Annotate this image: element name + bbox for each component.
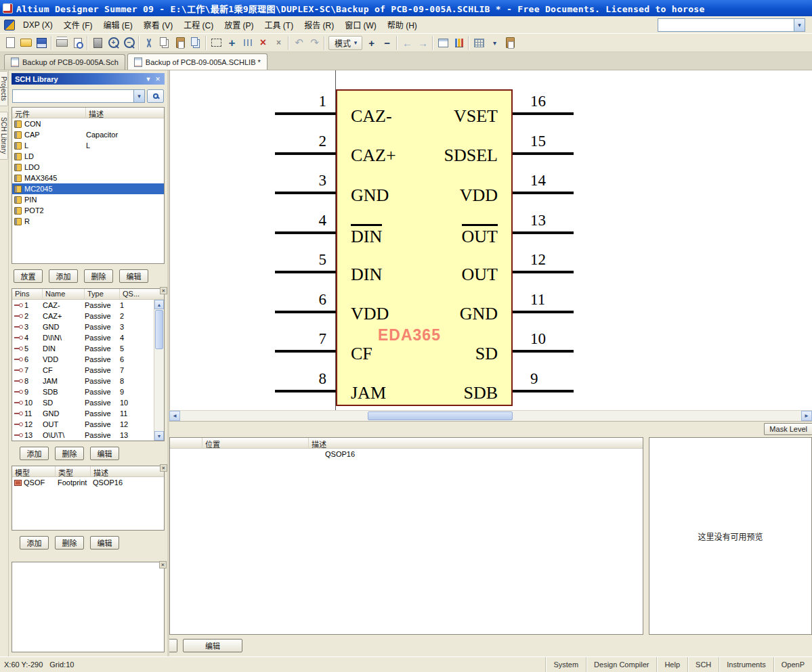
side-panel-tab[interactable]: SCH Library <box>0 112 8 159</box>
redo-icon[interactable] <box>307 36 322 50</box>
column-header-blank[interactable] <box>170 438 202 448</box>
close-icon[interactable]: ✕ <box>159 561 167 568</box>
back-icon[interactable] <box>400 36 415 50</box>
component-list-item[interactable]: MC2045 <box>12 183 164 194</box>
selection-icon[interactable] <box>209 36 224 50</box>
component-filter-input[interactable] <box>13 90 133 102</box>
add-component-button[interactable]: 添加 <box>49 269 78 283</box>
schematic-pin[interactable]: 15 <box>513 129 574 169</box>
schematic-pin[interactable]: 9 <box>513 367 574 407</box>
column-header-name[interactable]: Name <box>43 289 85 299</box>
forward-icon[interactable] <box>415 36 431 50</box>
cut-icon[interactable] <box>142 36 157 50</box>
open-icon[interactable] <box>18 36 34 50</box>
menu-item[interactable]: 工程 (C) <box>178 16 219 33</box>
pin-list-item[interactable]: 5 DIN Passive 5 <box>12 343 154 354</box>
scroll-left-icon[interactable]: ◄ <box>169 411 180 421</box>
menu-item[interactable]: 放置 (P) <box>219 16 259 33</box>
window-icon[interactable] <box>435 36 451 50</box>
panel-access-button[interactable]: Design Compiler <box>586 657 656 672</box>
print-preview-icon[interactable] <box>70 36 85 50</box>
align-icon[interactable] <box>240 36 255 50</box>
model-list-item[interactable]: QSOF Footprint QSOP16 <box>12 477 164 488</box>
column-header-model[interactable]: 模型 <box>12 466 56 476</box>
component-filter-combobox[interactable]: ▾ <box>12 89 145 103</box>
chart-icon[interactable] <box>451 36 467 50</box>
component-list-item[interactable]: POT2 <box>12 205 164 216</box>
side-panel-tab[interactable]: Projects <box>0 71 8 106</box>
close-icon[interactable]: ✕ <box>160 464 167 472</box>
menu-search-combobox[interactable]: ▾ <box>658 18 805 32</box>
column-header-type[interactable]: Type <box>85 289 120 299</box>
pin-list-item[interactable]: 7 CF Passive 7 <box>12 365 154 376</box>
scrollbar-track[interactable] <box>180 411 801 421</box>
search-button[interactable] <box>147 89 164 103</box>
close-icon[interactable]: ✕ <box>153 76 163 83</box>
add-pin-button[interactable]: 添加 <box>20 447 49 460</box>
schematic-pin[interactable]: 6 <box>275 288 336 328</box>
title-bar[interactable]: Altium Designer Summer 09 - E:\工作\最新1乘9原… <box>0 0 812 16</box>
component-list-item[interactable]: CAP Capacitor <box>12 129 164 140</box>
pin-list-item[interactable]: 13 O\U\T\ Passive 13 <box>12 430 154 441</box>
chevron-down-icon[interactable]: ▾ <box>794 19 805 31</box>
panel-access-button[interactable]: Help <box>656 657 687 672</box>
column-header-type[interactable]: 类型 <box>56 466 91 476</box>
panel-access-button[interactable]: System <box>545 657 586 672</box>
delete-component-button[interactable]: 删除 <box>84 269 113 283</box>
column-header-description[interactable]: 描述 <box>86 108 164 118</box>
component-list-item[interactable]: R <box>12 216 164 227</box>
move-icon[interactable] <box>224 36 240 50</box>
clear-error-icon[interactable] <box>255 36 271 50</box>
panel-access-button[interactable]: SCH <box>687 657 719 672</box>
zoom-in-icon[interactable] <box>106 36 121 50</box>
schematic-pin[interactable]: 4 <box>275 208 336 248</box>
column-header-component[interactable]: 元件 <box>12 108 86 118</box>
schematic-pin[interactable]: 1 <box>275 89 336 129</box>
horizontal-scrollbar[interactable]: ◄ ► <box>169 410 812 421</box>
menu-item[interactable]: DXP (X) <box>18 18 58 32</box>
component-list-item[interactable]: LDO <box>12 162 164 173</box>
delete-model-button[interactable]: 删除 <box>55 536 84 550</box>
document-tab[interactable]: Backup of PCB-09-005A.SCHLIB * <box>127 53 268 70</box>
column-header-pins[interactable]: Pins <box>12 289 43 299</box>
schematic-pin[interactable]: 7 <box>275 327 336 367</box>
scroll-down-icon[interactable]: ▼ <box>154 431 164 441</box>
partially-hidden-button[interactable] <box>169 639 177 652</box>
save-icon[interactable] <box>34 36 49 50</box>
mode-selector[interactable]: 模式 ▾ <box>328 36 362 50</box>
scrollbar-thumb[interactable] <box>368 411 513 420</box>
chevron-down-icon[interactable]: ▾ <box>133 90 144 102</box>
paste-icon[interactable] <box>173 36 188 50</box>
pin-list-item[interactable]: 3 GND Passive 3 <box>12 321 154 332</box>
pin-list-item[interactable]: 6 VDD Passive 6 <box>12 354 154 365</box>
edit-pin-button[interactable]: 编辑 <box>90 447 119 460</box>
schematic-pin[interactable]: 3 <box>275 169 336 208</box>
add-model-button[interactable]: 添加 <box>20 536 49 550</box>
menu-item[interactable]: 编辑 (E) <box>98 16 137 33</box>
panel-access-button[interactable]: OpenP <box>773 657 812 672</box>
menu-search-input[interactable] <box>658 19 794 31</box>
menu-item[interactable]: 报告 (R) <box>299 16 339 33</box>
minus-icon[interactable] <box>379 36 395 50</box>
copy-icon[interactable] <box>157 36 173 50</box>
schematic-pin[interactable]: 12 <box>513 248 574 288</box>
place-button[interactable]: 放置 <box>14 269 43 283</box>
component-body[interactable]: CAZ- CAZ+ GND DIN DIN VDD <box>336 89 513 406</box>
pin-list-item[interactable]: 8 JAM Passive 8 <box>12 376 154 386</box>
component-symbol[interactable]: 1 2 3 4 5 <box>275 89 574 406</box>
schematic-pin[interactable]: 10 <box>513 327 574 367</box>
component-list-item[interactable]: CON <box>12 118 164 129</box>
undo-icon[interactable] <box>291 36 307 50</box>
scroll-up-icon[interactable]: ▲ <box>154 300 164 309</box>
schematic-pin[interactable]: 2 <box>275 129 336 169</box>
schematic-pin[interactable]: 14 <box>513 169 574 208</box>
menu-item[interactable]: 文件 (F) <box>58 16 98 33</box>
schematic-pin[interactable]: 8 <box>275 367 336 407</box>
chevron-down-icon[interactable]: ▼ <box>144 76 153 83</box>
new-document-icon[interactable] <box>3 36 18 50</box>
component-list-item[interactable]: LD <box>12 151 164 162</box>
column-header-location[interactable]: 位置 <box>202 438 309 448</box>
delete-pin-button[interactable]: 删除 <box>55 447 84 460</box>
pin-list-item[interactable]: 1 CAZ- Passive 1 <box>12 300 154 311</box>
menu-item[interactable]: 察看 (V) <box>138 16 178 33</box>
